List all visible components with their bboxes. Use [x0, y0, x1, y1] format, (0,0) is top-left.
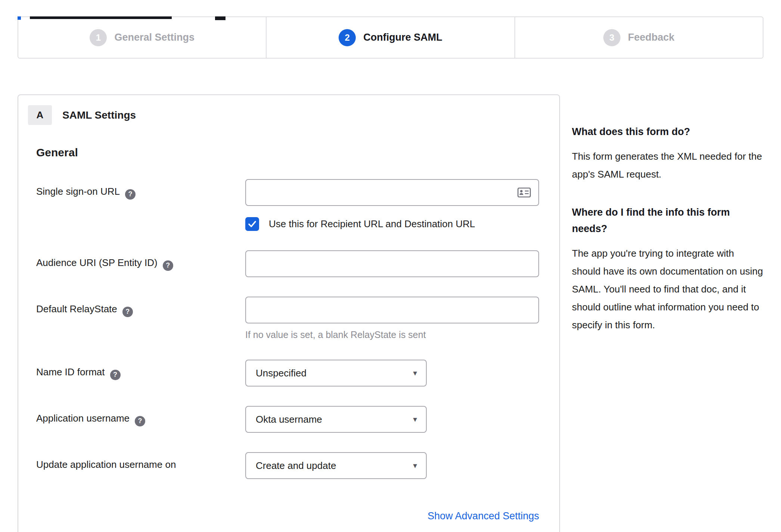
recipient-url-checkbox-row: Use this for Recipient URL and Destinati…	[245, 217, 539, 231]
audience-uri-label: Audience URI (SP Entity ID)	[36, 257, 158, 268]
clipped-page-title	[0, 16, 781, 21]
clipped-title-accent	[18, 16, 21, 20]
clipped-gear-icon	[215, 16, 225, 20]
audience-uri-input[interactable]	[245, 250, 539, 277]
step-general-settings[interactable]: 1 General Settings	[18, 17, 266, 58]
update-app-username-label: Update application username on	[36, 459, 176, 470]
help-icon[interactable]: ?	[163, 260, 173, 271]
caret-down-icon: ▾	[413, 461, 417, 470]
step-feedback[interactable]: 3 Feedback	[514, 17, 763, 58]
default-relaystate-input[interactable]	[245, 297, 539, 323]
caret-down-icon: ▾	[413, 415, 417, 424]
default-relaystate-label-col: Default RelayState?	[36, 297, 245, 340]
application-username-label: Application username	[36, 413, 130, 424]
show-advanced-settings-link[interactable]: Show Advanced Settings	[427, 510, 539, 522]
update-app-username-label-col: Update application username on	[36, 452, 245, 479]
sso-url-input-wrap	[245, 179, 539, 206]
default-relaystate-label: Default RelayState	[36, 303, 117, 314]
sso-url-control-col: Use this for Recipient URL and Destinati…	[245, 179, 539, 231]
audience-uri-label-col: Audience URI (SP Entity ID)?	[36, 250, 245, 277]
help-icon[interactable]: ?	[125, 189, 136, 200]
help-sidebar: What does this form do? This form genera…	[572, 94, 763, 532]
update-app-username-select[interactable]: Create and update ▾	[245, 452, 427, 479]
content-row: A SAML Settings General Single sign-on U…	[18, 94, 763, 532]
update-app-username-value: Create and update	[256, 460, 336, 472]
sso-url-input[interactable]	[245, 179, 539, 206]
audience-uri-control-col	[245, 250, 539, 277]
general-section-heading: General	[36, 146, 538, 159]
update-app-username-control-col: Create and update ▾	[245, 452, 538, 479]
field-row-name-id-format: Name ID format? Unspecified ▾	[36, 360, 538, 387]
sidebar-heading-what: What does this form do?	[572, 123, 763, 140]
field-row-sso-url: Single sign-on URL?	[36, 179, 538, 231]
sidebar-body-what: This form generates the XML needed for t…	[572, 147, 763, 183]
step-2-label: Configure SAML	[363, 32, 442, 43]
application-username-value: Okta username	[256, 414, 322, 425]
clipped-title-text	[30, 16, 172, 19]
help-icon[interactable]: ?	[110, 370, 121, 380]
sidebar-heading-where: Where do I find the info this form needs…	[572, 204, 763, 237]
card-title-row: A SAML Settings	[28, 105, 538, 125]
wizard-stepper: 1 General Settings 2 Configure SAML 3 Fe…	[18, 16, 763, 59]
field-row-audience-uri: Audience URI (SP Entity ID)?	[36, 250, 538, 277]
application-username-select[interactable]: Okta username ▾	[245, 406, 427, 433]
default-relaystate-hint: If no value is set, a blank RelayState i…	[245, 329, 539, 340]
step-2-number-badge: 2	[339, 29, 356, 46]
default-relaystate-control-col: If no value is set, a blank RelayState i…	[245, 297, 539, 340]
step-3-number-badge: 3	[603, 29, 620, 46]
field-row-update-app-username: Update application username on Create an…	[36, 452, 538, 479]
step-3-label: Feedback	[628, 32, 675, 43]
field-row-application-username: Application username? Okta username ▾	[36, 406, 538, 433]
recipient-url-checkbox[interactable]	[245, 217, 259, 231]
help-icon[interactable]: ?	[135, 416, 145, 426]
sso-url-label: Single sign-on URL	[36, 186, 120, 197]
step-1-label: General Settings	[114, 32, 195, 43]
help-icon[interactable]: ?	[122, 307, 133, 317]
sso-url-label-col: Single sign-on URL?	[36, 179, 245, 231]
application-username-control-col: Okta username ▾	[245, 406, 538, 433]
section-a-badge: A	[28, 105, 52, 125]
name-id-format-label-col: Name ID format?	[36, 360, 245, 387]
saml-settings-card: A SAML Settings General Single sign-on U…	[18, 94, 560, 532]
advanced-settings-row: Show Advanced Settings	[245, 510, 539, 522]
name-id-format-select[interactable]: Unspecified ▾	[245, 360, 427, 387]
saml-wizard-page: 1 General Settings 2 Configure SAML 3 Fe…	[0, 16, 781, 532]
name-id-format-control-col: Unspecified ▾	[245, 360, 538, 387]
card-title: SAML Settings	[62, 109, 136, 121]
recipient-url-checkbox-label[interactable]: Use this for Recipient URL and Destinati…	[269, 218, 475, 230]
step-1-number-badge: 1	[90, 29, 107, 46]
sidebar-body-where: The app you're trying to integrate with …	[572, 244, 763, 334]
general-form: Single sign-on URL?	[36, 179, 538, 479]
application-username-label-col: Application username?	[36, 406, 245, 433]
name-id-format-value: Unspecified	[256, 367, 307, 379]
step-configure-saml[interactable]: 2 Configure SAML	[266, 17, 514, 58]
field-row-default-relaystate: Default RelayState? If no value is set, …	[36, 297, 538, 340]
caret-down-icon: ▾	[413, 369, 417, 378]
name-id-format-label: Name ID format	[36, 366, 105, 378]
id-card-icon[interactable]	[517, 188, 531, 198]
